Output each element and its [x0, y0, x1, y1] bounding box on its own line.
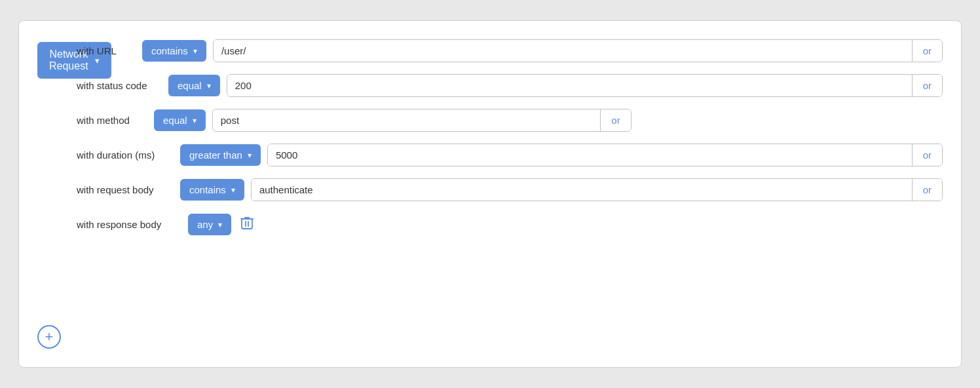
url-operator-chevron: ▾	[193, 47, 197, 56]
method-operator-chevron: ▾	[193, 116, 197, 125]
status-operator-button[interactable]: equal ▾	[168, 75, 220, 96]
request-body-label: with request body	[77, 184, 174, 195]
duration-or-button[interactable]: or	[912, 144, 942, 166]
request-body-or-button[interactable]: or	[912, 179, 942, 201]
status-input[interactable]	[227, 75, 912, 96]
request-body-row: with request body contains ▾ or	[77, 178, 943, 201]
response-body-operator-label: any	[197, 219, 213, 230]
status-input-group: or	[227, 74, 943, 97]
add-button[interactable]: +	[37, 325, 61, 349]
request-body-operator-chevron: ▾	[231, 185, 235, 195]
left-col: Network Request ▾	[37, 39, 77, 248]
filter-rows: with URL contains ▾ or with status code …	[77, 39, 943, 248]
method-input[interactable]	[213, 109, 601, 131]
duration-input-group: or	[267, 144, 943, 166]
method-operator-label: equal	[163, 115, 187, 126]
duration-input[interactable]	[268, 144, 912, 166]
url-or-button[interactable]: or	[912, 40, 942, 62]
status-or-button[interactable]: or	[912, 75, 942, 96]
response-body-row: with response body any ▾	[77, 213, 943, 236]
method-label: with method	[77, 115, 147, 126]
status-operator-label: equal	[178, 80, 202, 91]
response-body-operator-chevron: ▾	[218, 220, 222, 229]
trash-icon	[240, 216, 254, 230]
request-body-operator-label: contains	[189, 184, 226, 195]
url-label: with URL	[77, 45, 136, 56]
duration-row: with duration (ms) greater than ▾ or	[77, 144, 943, 166]
status-label: with status code	[77, 80, 162, 91]
url-input-group: or	[213, 39, 943, 62]
duration-operator-chevron: ▾	[248, 151, 252, 160]
request-body-input-group: or	[251, 178, 943, 201]
filter-card: Network Request ▾ with URL contains ▾ or	[18, 20, 962, 368]
status-row: with status code equal ▾ or	[77, 74, 943, 97]
url-operator-button[interactable]: contains ▾	[142, 40, 206, 62]
url-input[interactable]	[214, 40, 912, 62]
method-row: with method equal ▾ or	[77, 109, 943, 132]
duration-operator-label: greater than	[189, 149, 242, 161]
request-body-operator-button[interactable]: contains ▾	[180, 179, 244, 201]
method-or-button[interactable]: or	[600, 109, 630, 131]
duration-operator-button[interactable]: greater than ▾	[180, 144, 261, 166]
method-operator-button[interactable]: equal ▾	[154, 109, 206, 131]
delete-response-body-button[interactable]	[238, 213, 256, 236]
method-input-group: or	[212, 109, 631, 132]
duration-label: with duration (ms)	[77, 149, 174, 161]
response-body-operator-button[interactable]: any ▾	[188, 214, 231, 235]
url-row: with URL contains ▾ or	[77, 39, 943, 62]
response-body-label: with response body	[77, 219, 181, 230]
svg-rect-0	[242, 219, 252, 229]
url-operator-label: contains	[151, 45, 188, 56]
request-body-input[interactable]	[252, 179, 912, 201]
status-operator-chevron: ▾	[207, 81, 211, 90]
